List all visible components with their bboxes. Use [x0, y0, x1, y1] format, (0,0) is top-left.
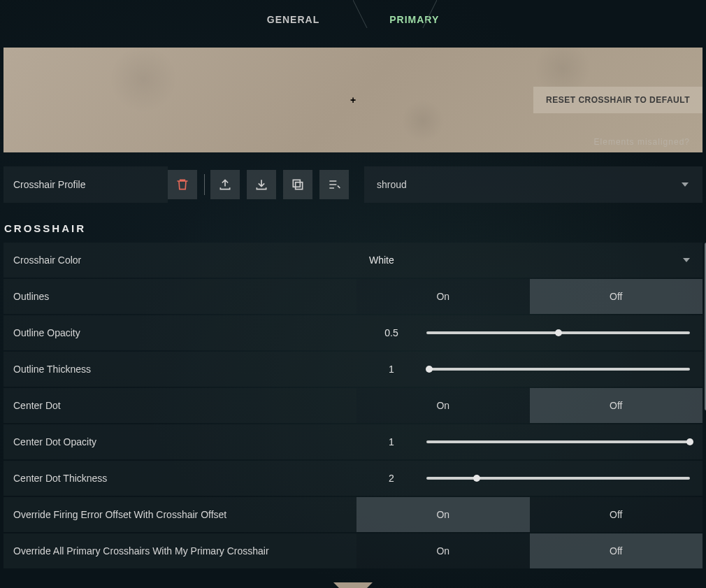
edit-profile-button[interactable]	[319, 170, 349, 199]
slider-track	[426, 440, 690, 443]
label-outline-opacity: Outline Opacity	[3, 315, 356, 350]
misaligned-link[interactable]: Elements misaligned?	[594, 137, 690, 147]
profile-label: Crosshair Profile	[3, 166, 168, 203]
preview-notch	[333, 582, 373, 588]
label-override-firing: Override Firing Error Offset With Crossh…	[3, 497, 356, 532]
slider-track	[426, 477, 690, 480]
tab-bar: GENERAL PRIMARY	[0, 0, 706, 38]
profile-select-value: shroud	[377, 179, 407, 190]
row-center-dot: Center Dot On Off	[3, 388, 703, 423]
settings-list: Crosshair Color White Outlines On Off Ou…	[3, 243, 703, 568]
center-dot-opacity-value: 1	[356, 436, 426, 447]
slider-thumb[interactable]	[555, 329, 562, 336]
row-outline-thickness: Outline Thickness 1	[3, 352, 703, 387]
override-firing-off[interactable]: Off	[530, 497, 703, 532]
outlines-toggle: On Off	[356, 279, 703, 314]
outlines-off[interactable]: Off	[530, 279, 703, 314]
override-firing-toggle: On Off	[356, 497, 703, 532]
download-icon	[254, 178, 268, 192]
profile-select[interactable]: shroud	[364, 166, 703, 203]
crosshair-preview-area: + RESET CROSSHAIR TO DEFAULT Elements mi…	[3, 48, 703, 152]
label-outline-thickness: Outline Thickness	[3, 352, 356, 387]
row-center-dot-thickness: Center Dot Thickness 2	[3, 461, 703, 496]
override-all-off[interactable]: Off	[530, 533, 703, 568]
delete-profile-button[interactable]	[168, 170, 197, 199]
chevron-down-icon	[682, 182, 689, 187]
center-dot-opacity-slider[interactable]: 1	[356, 424, 703, 459]
crosshair-color-value: White	[369, 254, 394, 266]
outline-thickness-value: 1	[356, 364, 426, 375]
copy-icon	[291, 178, 305, 192]
reset-crosshair-button[interactable]: RESET CROSSHAIR TO DEFAULT	[533, 87, 703, 113]
center-dot-toggle: On Off	[356, 388, 703, 423]
center-dot-on[interactable]: On	[356, 388, 530, 423]
label-crosshair-color: Crosshair Color	[3, 243, 356, 278]
tab-primary[interactable]: PRIMARY	[389, 14, 439, 28]
center-dot-thickness-value: 2	[356, 473, 426, 484]
section-title-crosshair: CROSSHAIR	[4, 222, 706, 234]
svg-rect-1	[293, 180, 300, 187]
svg-rect-0	[296, 182, 303, 189]
outline-thickness-slider[interactable]: 1	[356, 352, 703, 387]
tab-general[interactable]: GENERAL	[267, 14, 319, 28]
slider-track	[426, 368, 690, 371]
crosshair-preview-icon: +	[350, 94, 356, 106]
row-override-firing: Override Firing Error Offset With Crossh…	[3, 497, 703, 532]
outlines-on[interactable]: On	[356, 279, 530, 314]
list-edit-icon	[327, 178, 341, 192]
slider-thumb[interactable]	[426, 366, 433, 373]
slider-thumb[interactable]	[686, 438, 693, 445]
row-outline-opacity: Outline Opacity 0.5	[3, 315, 703, 350]
trash-icon	[175, 178, 189, 192]
copy-profile-button[interactable]	[283, 170, 312, 199]
label-center-dot-thickness: Center Dot Thickness	[3, 461, 356, 496]
profile-bar: Crosshair Profile shroud	[3, 166, 703, 203]
slider-track	[426, 331, 690, 334]
override-firing-on[interactable]: On	[356, 497, 530, 532]
slider-thumb[interactable]	[473, 475, 480, 482]
crosshair-color-select[interactable]: White	[356, 243, 703, 278]
divider	[204, 174, 205, 195]
upload-icon	[218, 178, 232, 192]
import-profile-button[interactable]	[247, 170, 276, 199]
outline-opacity-slider[interactable]: 0.5	[356, 315, 703, 350]
override-all-toggle: On Off	[356, 533, 703, 568]
row-center-dot-opacity: Center Dot Opacity 1	[3, 424, 703, 459]
chevron-down-icon	[683, 258, 690, 262]
override-all-on[interactable]: On	[356, 533, 530, 568]
export-profile-button[interactable]	[210, 170, 240, 199]
label-outlines: Outlines	[3, 279, 356, 314]
row-override-all: Override All Primary Crosshairs With My …	[3, 533, 703, 568]
label-override-all: Override All Primary Crosshairs With My …	[3, 533, 356, 568]
row-outlines: Outlines On Off	[3, 279, 703, 314]
outline-opacity-value: 0.5	[356, 327, 426, 338]
label-center-dot-opacity: Center Dot Opacity	[3, 424, 356, 459]
label-center-dot: Center Dot	[3, 388, 356, 423]
row-crosshair-color: Crosshair Color White	[3, 243, 703, 278]
center-dot-thickness-slider[interactable]: 2	[356, 461, 703, 496]
center-dot-off[interactable]: Off	[530, 388, 703, 423]
